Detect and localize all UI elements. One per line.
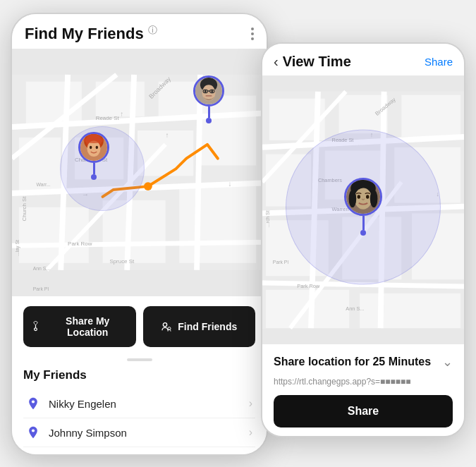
find-friends-button[interactable]: Find Friends (143, 306, 256, 347)
chevron-right-icon-1: › (249, 397, 252, 410)
svg-point-90 (370, 190, 378, 207)
pin-dot (91, 174, 97, 180)
svg-text:...rch St: ...rch St (265, 210, 270, 227)
friend-pin-woman-2[interactable] (344, 178, 382, 236)
friend-pin-woman[interactable] (78, 132, 109, 180)
phone-left: Find My Friends ⓘ (11, 13, 268, 456)
phone-right: ‹ View Time Share (261, 42, 465, 437)
svg-text:Reade St: Reade St (96, 115, 120, 121)
chevron-right-icon-2: › (249, 426, 252, 439)
pin-tail-2 (362, 216, 365, 230)
back-button[interactable]: ‹ (274, 54, 279, 70)
share-time-row[interactable]: Share location for 25 Minutes ⌄ (274, 354, 453, 370)
friend-pin-icon-2 (26, 425, 40, 439)
share-location-button[interactable]: Share My Location (23, 306, 136, 347)
drag-indicator (23, 358, 255, 361)
svg-point-91 (358, 195, 360, 198)
svg-point-88 (355, 188, 372, 209)
map-view-2: Broadway Reade St Chambers Warren St ...… (262, 75, 464, 344)
share-button[interactable]: Share (274, 395, 453, 427)
svg-point-51 (35, 328, 37, 331)
more-options-button[interactable] (251, 28, 254, 40)
svg-point-41 (83, 138, 104, 144)
svg-text:Park Row: Park Row (297, 283, 320, 289)
friend-item-johnny[interactable]: Johnny Simpson › (23, 418, 255, 447)
svg-rect-67 (266, 290, 349, 328)
svg-point-89 (349, 190, 357, 207)
phone-right-header: ‹ View Time Share (262, 44, 464, 75)
map-view: Broadway Reade St Chambers St Church St … (12, 49, 267, 296)
svg-point-40 (96, 146, 98, 149)
svg-text:↑: ↑ (120, 111, 123, 119)
bottom-panel: Share My Location Find Friends (12, 296, 267, 454)
find-friends-icon (161, 321, 172, 332)
svg-text:Park Row: Park Row (68, 241, 92, 248)
pin-dot-2 (360, 230, 366, 236)
phone-right-bottom: Share location for 25 Minutes ⌄ https://… (262, 344, 464, 436)
share-location-label: Share My Location (47, 315, 129, 338)
svg-point-52 (164, 323, 167, 327)
pin-tail (93, 163, 95, 174)
chevron-down-icon: ⌄ (442, 354, 453, 370)
svg-point-55 (32, 429, 35, 432)
svg-text:Park Pl: Park Pl (273, 260, 289, 265)
pin-dot-man (206, 118, 212, 123)
friends-section-title: My Friends (23, 368, 255, 382)
share-url-text: https://rtl.changegps.app?s=■■■■■■ (274, 377, 453, 387)
svg-text:Church St: Church St (21, 196, 28, 222)
action-buttons: Share My Location Find Friends (23, 306, 255, 347)
svg-text:Park Pl: Park Pl (33, 287, 49, 292)
svg-text:↓: ↓ (228, 180, 232, 188)
svg-text:Warr...: Warr... (37, 182, 51, 187)
svg-point-48 (205, 90, 207, 92)
svg-text:Ann S...: Ann S... (346, 306, 364, 313)
svg-point-54 (32, 400, 35, 403)
svg-text:Spruce St: Spruce St (109, 258, 135, 265)
avatar-man (193, 75, 224, 107)
friend-pin-icon-1 (26, 396, 40, 411)
info-icon: ⓘ (148, 25, 157, 35)
svg-point-39 (90, 146, 92, 149)
svg-rect-9 (103, 200, 166, 263)
friend-name-2: Johnny Simpson (49, 427, 249, 439)
svg-line-14 (12, 243, 267, 246)
share-location-icon (30, 321, 41, 332)
view-time-title: View Time (283, 54, 425, 70)
title-text: Find My Friends (25, 25, 144, 42)
svg-text:↑: ↑ (166, 131, 169, 139)
svg-point-49 (211, 90, 213, 92)
svg-rect-60 (401, 95, 460, 137)
find-friends-label: Find Friends (178, 321, 237, 332)
pin-tail-man (208, 107, 210, 118)
svg-rect-10 (179, 186, 256, 263)
scene: Find My Friends ⓘ (0, 0, 476, 467)
avatar-woman-2 (344, 178, 382, 216)
svg-text:...lay St: ...lay St (15, 240, 20, 256)
friend-pin-man[interactable] (193, 75, 224, 123)
svg-rect-2 (26, 82, 82, 123)
svg-point-92 (366, 195, 369, 198)
share-time-label: Share location for 25 Minutes (274, 356, 431, 368)
avatar-woman (78, 132, 109, 163)
phone-left-header: Find My Friends ⓘ (12, 14, 267, 49)
svg-rect-68 (360, 293, 460, 328)
header-share-link[interactable]: Share (425, 56, 453, 68)
friend-name-1: Nikky Engelen (49, 398, 249, 410)
friend-item-nikky[interactable]: Nikky Engelen › (23, 389, 255, 418)
page-title: Find My Friends ⓘ (25, 24, 157, 43)
svg-text:Ann S...: Ann S... (33, 266, 51, 271)
